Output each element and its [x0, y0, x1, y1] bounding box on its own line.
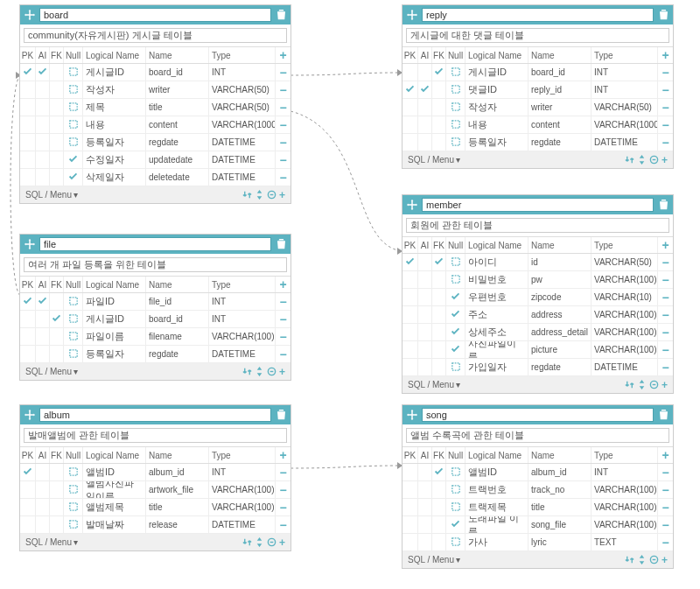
type-cell[interactable]: VARCHAR(100)	[592, 481, 658, 498]
ai-cell[interactable]	[36, 516, 50, 533]
pk-cell[interactable]	[402, 81, 418, 98]
logical-name-cell[interactable]: 앨범ID	[83, 464, 146, 480]
fk-cell[interactable]	[432, 289, 446, 305]
name-cell[interactable]: album_id	[146, 464, 209, 480]
type-cell[interactable]: INT	[209, 464, 276, 480]
trash-icon[interactable]	[657, 9, 669, 21]
fk-cell[interactable]	[432, 324, 446, 340]
pk-cell[interactable]	[402, 516, 418, 533]
reorder-icon[interactable]	[255, 537, 264, 547]
fk-cell[interactable]	[50, 81, 64, 98]
remove-column-button[interactable]: −	[276, 151, 290, 168]
null-cell[interactable]	[446, 289, 466, 305]
pk-cell[interactable]	[20, 64, 36, 81]
null-cell[interactable]	[64, 134, 83, 151]
logical-name-cell[interactable]: 발매날짜	[83, 516, 146, 533]
null-cell[interactable]	[64, 311, 83, 327]
pk-cell[interactable]	[402, 116, 418, 133]
ai-cell[interactable]	[418, 534, 432, 550]
pk-cell[interactable]	[20, 293, 36, 310]
remove-column-button[interactable]: −	[658, 64, 673, 81]
column-row[interactable]: 트랙제목titleVARCHAR(100)−	[402, 499, 673, 516]
type-cell[interactable]: DATETIME	[209, 169, 276, 186]
sort-icon[interactable]	[625, 155, 634, 165]
remove-column-button[interactable]: −	[658, 481, 673, 498]
sort-icon[interactable]	[242, 190, 252, 200]
pk-cell[interactable]	[20, 99, 36, 116]
logical-name-cell[interactable]: 상세주소	[466, 324, 528, 340]
name-cell[interactable]: deletedate	[146, 169, 209, 186]
table-desc-input[interactable]	[406, 428, 669, 443]
footer-plus-icon[interactable]: +	[279, 366, 285, 378]
fk-cell[interactable]	[50, 134, 64, 151]
remove-column-button[interactable]: −	[276, 99, 290, 116]
name-cell[interactable]: regdate	[146, 134, 209, 151]
remove-column-button[interactable]: −	[658, 116, 673, 133]
column-row[interactable]: 사진파일이름pictureVARCHAR(100)−	[402, 341, 673, 359]
remove-column-button[interactable]: −	[658, 359, 673, 375]
null-cell[interactable]	[446, 64, 466, 81]
reorder-icon[interactable]	[637, 155, 647, 165]
name-cell[interactable]: song_file	[528, 516, 592, 533]
name-cell[interactable]: lyric	[528, 534, 592, 550]
column-row[interactable]: 등록일자regdateDATETIME−	[20, 346, 290, 363]
type-cell[interactable]: INT	[592, 464, 658, 480]
ai-cell[interactable]	[36, 499, 50, 515]
column-row[interactable]: 내용contentVARCHAR(1000)−	[20, 116, 290, 134]
null-cell[interactable]	[64, 328, 83, 345]
column-row[interactable]: 게시글IDboard_idINT−	[402, 64, 673, 81]
remove-column-button[interactable]: −	[658, 464, 673, 480]
table-member[interactable]: PKAIFKNullLogical NameNameType+아이디idVARC…	[402, 194, 674, 394]
sql-menu-button[interactable]: SQL / Menu ▾	[25, 537, 78, 547]
ai-cell[interactable]	[418, 99, 432, 116]
ai-cell[interactable]	[418, 499, 432, 515]
pk-cell[interactable]	[402, 254, 418, 270]
ai-cell[interactable]	[418, 481, 432, 498]
type-cell[interactable]: DATETIME	[592, 359, 658, 375]
type-cell[interactable]: DATETIME	[209, 346, 276, 362]
ai-cell[interactable]	[36, 169, 50, 186]
move-icon[interactable]	[406, 199, 418, 211]
logical-name-cell[interactable]: 노래파일 이름	[466, 516, 528, 533]
remove-column-button[interactable]: −	[658, 306, 673, 323]
logical-name-cell[interactable]: 댓글ID	[466, 81, 528, 98]
logical-name-cell[interactable]: 게시글ID	[83, 64, 146, 81]
add-column-button[interactable]: +	[276, 47, 290, 63]
logical-name-cell[interactable]: 수정일자	[83, 151, 146, 168]
footer-plus-icon[interactable]: +	[662, 554, 668, 566]
column-row[interactable]: 비밀번호pwVARCHAR(100)−	[402, 271, 673, 289]
logical-name-cell[interactable]: 앨범사진파일이름	[83, 481, 146, 498]
remove-column-button[interactable]: −	[276, 116, 290, 133]
fk-cell[interactable]	[432, 534, 446, 550]
table-desc-input[interactable]	[406, 218, 669, 233]
logical-name-cell[interactable]: 제목	[83, 99, 146, 116]
remove-column-button[interactable]: −	[658, 499, 673, 515]
remove-column-button[interactable]: −	[658, 254, 673, 270]
ai-cell[interactable]	[36, 64, 50, 81]
pk-cell[interactable]	[20, 516, 36, 533]
reorder-icon[interactable]	[637, 555, 647, 564]
table-name-input[interactable]	[39, 408, 271, 422]
type-cell[interactable]: INT	[209, 311, 276, 327]
fk-cell[interactable]	[50, 151, 64, 168]
remove-column-button[interactable]: −	[276, 134, 290, 151]
null-cell[interactable]	[446, 134, 466, 151]
column-row[interactable]: 게시글IDboard_idINT−	[20, 311, 290, 328]
pk-cell[interactable]	[20, 151, 36, 168]
name-cell[interactable]: regdate	[528, 359, 592, 375]
sql-menu-button[interactable]: SQL / Menu ▾	[25, 190, 78, 200]
pk-cell[interactable]	[402, 481, 418, 498]
null-cell[interactable]	[64, 481, 83, 498]
type-cell[interactable]: INT	[209, 64, 276, 81]
column-row[interactable]: 발매날짜releaseDATETIME−	[20, 516, 290, 534]
trash-icon[interactable]	[657, 199, 669, 211]
ai-cell[interactable]	[418, 64, 432, 81]
null-cell[interactable]	[64, 81, 83, 98]
name-cell[interactable]: reply_id	[528, 81, 592, 98]
add-column-button[interactable]: +	[658, 47, 673, 63]
pk-cell[interactable]	[402, 99, 418, 116]
null-cell[interactable]	[446, 116, 466, 133]
ai-cell[interactable]	[36, 328, 50, 345]
fk-cell[interactable]	[432, 271, 446, 288]
remove-column-button[interactable]: −	[658, 516, 673, 533]
